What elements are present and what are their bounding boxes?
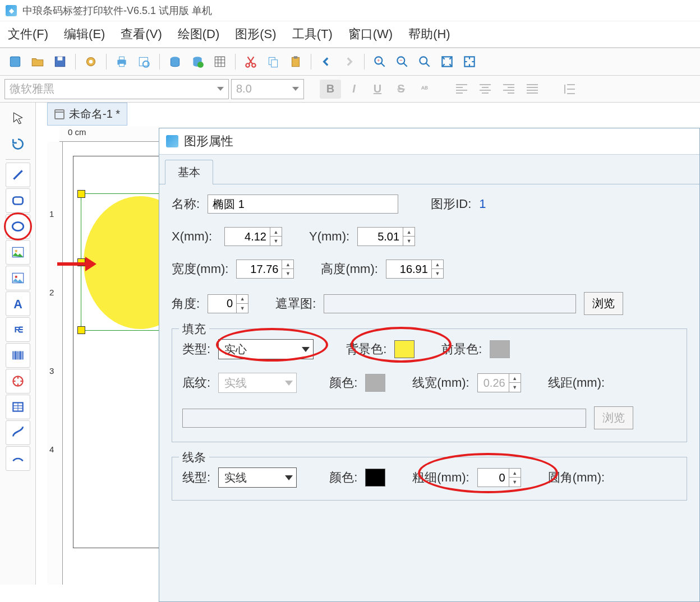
name-input[interactable]: [208, 195, 398, 214]
italic-button[interactable]: I: [343, 80, 365, 99]
pattern-label: 底纹:: [182, 374, 210, 391]
titlebar: ◆ 中琅条码标签打印软件-V6.5.1 试用版 单机: [0, 0, 700, 21]
paste-button[interactable]: [285, 52, 306, 72]
svg-rect-18: [294, 56, 298, 58]
qrcode-tool[interactable]: [6, 369, 30, 393]
curve-tool[interactable]: [6, 420, 30, 445]
font-size-select[interactable]: 8.0: [231, 79, 304, 99]
line-tool[interactable]: [6, 163, 30, 187]
fill-browse-button[interactable]: 浏览: [594, 406, 633, 429]
undo-button[interactable]: [316, 52, 337, 72]
height-input[interactable]: ▲▼: [386, 260, 444, 279]
ellipse-tool[interactable]: [6, 214, 30, 239]
menu-shape[interactable]: 图形(S): [235, 26, 276, 43]
menu-view[interactable]: 查看(V): [121, 26, 162, 43]
height-label: 高度(mm):: [321, 261, 377, 277]
open-button[interactable]: [27, 52, 48, 72]
menu-help[interactable]: 帮助(H): [408, 26, 450, 43]
line-type-combo[interactable]: 实线: [218, 467, 297, 488]
database-button[interactable]: [164, 52, 186, 72]
align-center-button[interactable]: [475, 80, 496, 99]
angle-input[interactable]: ▲▼: [208, 294, 248, 313]
document-tab[interactable]: 未命名-1 *: [47, 103, 127, 126]
image-tool[interactable]: [6, 240, 30, 265]
database-refresh-button[interactable]: [187, 52, 208, 72]
dialog-tabs: 基本: [159, 155, 699, 184]
align-right-button[interactable]: [498, 80, 519, 99]
line-fieldset: 线条 线型: 实线 颜色: 粗细(mm): ▲▼ 圆角(mm):: [172, 457, 687, 501]
dialog-body: 名称: 图形ID: 1 X(mm): ▲▼ Y(mm): ▲▼ 宽度(mm): …: [159, 184, 699, 511]
save-button[interactable]: [49, 52, 71, 72]
zoom-page-button[interactable]: [436, 52, 458, 72]
bold-button[interactable]: B: [320, 80, 341, 99]
mask-browse-button[interactable]: 浏览: [584, 292, 623, 315]
menu-tools[interactable]: 工具(T): [292, 26, 333, 43]
grid-button[interactable]: [209, 52, 231, 72]
font-name-select[interactable]: 微软雅黑: [4, 79, 229, 99]
pattern-color-swatch[interactable]: [365, 374, 385, 392]
width-input[interactable]: ▲▼: [236, 260, 294, 279]
dialog-title: 图形属性: [184, 133, 233, 150]
rotate-tool[interactable]: [6, 132, 30, 156]
print-button[interactable]: [111, 52, 132, 72]
pattern-combo[interactable]: 实线: [218, 373, 297, 393]
pointer-tool[interactable]: [6, 106, 30, 131]
fill-type-combo[interactable]: 实心: [218, 339, 314, 359]
svg-point-31: [12, 222, 24, 230]
menu-window[interactable]: 窗口(W): [348, 26, 393, 43]
strike-button[interactable]: S: [390, 80, 412, 99]
line-thick-input[interactable]: ▲▼: [477, 468, 521, 487]
align-left-button[interactable]: [451, 80, 472, 99]
copy-button[interactable]: [262, 52, 284, 72]
menu-file[interactable]: 文件(F): [8, 26, 48, 43]
richtext-tool[interactable]: R: [6, 317, 30, 342]
barcode-tool[interactable]: [6, 343, 30, 368]
y-input[interactable]: ▲▼: [357, 227, 415, 246]
menu-draw[interactable]: 绘图(D): [178, 26, 220, 43]
mask-input[interactable]: [324, 294, 576, 313]
line-spacing-button[interactable]: [559, 80, 580, 99]
chevron-down-icon: [292, 87, 299, 91]
svg-rect-30: [13, 197, 22, 205]
svg-rect-7: [119, 63, 125, 66]
preview-button[interactable]: [133, 52, 155, 72]
line-width-input[interactable]: ▲▼: [477, 373, 521, 392]
svg-text:A: A: [13, 297, 22, 311]
zoom-actual-button[interactable]: [459, 52, 480, 72]
underline-button[interactable]: U: [367, 80, 388, 99]
svg-rect-6: [119, 57, 125, 59]
arc-tool[interactable]: [6, 446, 30, 471]
zoom-in-button[interactable]: +: [369, 52, 390, 72]
fg-color-swatch[interactable]: [490, 340, 510, 358]
properties-dialog: 图形属性 基本 名称: 图形ID: 1 X(mm): ▲▼ Y(mm): ▲▼ …: [159, 128, 700, 602]
menu-edit[interactable]: 编辑(E): [64, 26, 105, 43]
zoom-out-button[interactable]: −: [392, 52, 413, 72]
tab-basic[interactable]: 基本: [165, 160, 213, 184]
superscript-button[interactable]: ᴬᴮ: [414, 80, 435, 99]
new-button[interactable]: [4, 52, 26, 72]
dialog-titlebar[interactable]: 图形属性: [159, 128, 699, 155]
line-dist-label: 线距(mm):: [548, 374, 605, 391]
align-justify-button[interactable]: [522, 80, 543, 99]
bg-color-swatch[interactable]: [394, 340, 415, 358]
zoom-fit-button[interactable]: [414, 52, 435, 72]
mask-label: 遮罩图:: [275, 295, 316, 312]
document-tab-label: 未命名-1 *: [69, 106, 120, 122]
redo-button[interactable]: [338, 52, 360, 72]
line-color-swatch[interactable]: [365, 469, 385, 487]
table-tool[interactable]: [6, 395, 30, 419]
width-label: 宽度(mm):: [172, 261, 228, 277]
x-input[interactable]: ▲▼: [224, 227, 282, 246]
text-tool[interactable]: A: [6, 291, 30, 316]
settings-button[interactable]: [80, 52, 102, 72]
cut-button[interactable]: [240, 52, 261, 72]
fill-type-label: 类型:: [182, 341, 210, 358]
titlebar-text: 中琅条码标签打印软件-V6.5.1 试用版 单机: [22, 4, 212, 17]
fg-color-label: 前景色:: [441, 341, 482, 358]
rounded-rect-tool[interactable]: [6, 188, 30, 213]
fill-path-input[interactable]: [182, 409, 586, 428]
handle-bottom-left[interactable]: [77, 326, 85, 334]
app-icon: ◆: [6, 5, 17, 16]
handle-top-left[interactable]: [77, 190, 85, 198]
image2-tool[interactable]: [6, 266, 30, 290]
